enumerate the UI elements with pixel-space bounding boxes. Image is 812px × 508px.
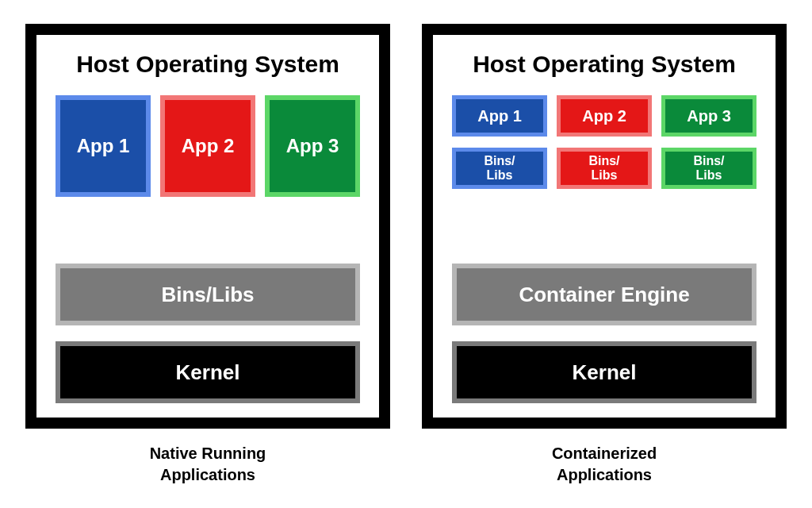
containerized-kernel-bar: Kernel (452, 341, 756, 403)
containerized-bins-2: Bins/Libs (557, 148, 652, 189)
containerized-app-2: App 2 (557, 95, 652, 137)
containerized-bins-3: Bins/Libs (661, 148, 756, 189)
native-app-1: App 1 (56, 95, 151, 197)
native-panel: Host Operating System App 1 App 2 App 3 … (25, 24, 390, 429)
native-caption-line1: Native Running (150, 443, 266, 464)
containerized-host-title: Host Operating System (452, 51, 756, 78)
native-column: Host Operating System App 1 App 2 App 3 … (25, 24, 390, 486)
native-kernel-bar: Kernel (56, 341, 360, 403)
container-engine-bar: Container Engine (452, 264, 756, 325)
containerized-app-3: App 3 (661, 95, 756, 137)
containerized-caption-line1: Containerized (552, 443, 657, 464)
containerized-caption: Containerized Applications (552, 443, 657, 486)
containerized-caption-line2: Applications (552, 464, 657, 486)
containerized-bins-1: Bins/Libs (452, 148, 547, 189)
containerized-panel: Host Operating System App 1 App 2 App 3 … (422, 24, 787, 429)
containerized-apps-area: App 1 App 2 App 3 Bins/Libs Bins/Libs Bi… (452, 95, 756, 189)
native-app-3: App 3 (265, 95, 360, 197)
containerized-bins-row: Bins/Libs Bins/Libs Bins/Libs (452, 148, 756, 189)
native-host-title: Host Operating System (56, 51, 360, 78)
containerized-column: Host Operating System App 1 App 2 App 3 … (422, 24, 787, 486)
native-bins-libs-bar: Bins/Libs (56, 264, 360, 325)
containerized-app-1: App 1 (452, 95, 547, 137)
native-apps-row: App 1 App 2 App 3 (56, 95, 360, 197)
native-caption: Native Running Applications (150, 443, 266, 486)
native-caption-line2: Applications (150, 464, 266, 486)
native-app-2: App 2 (160, 95, 255, 197)
containerized-apps-row: App 1 App 2 App 3 (452, 95, 756, 137)
